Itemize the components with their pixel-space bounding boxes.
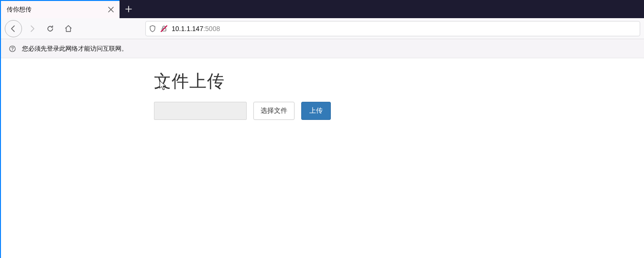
notification-bar: 您必须先登录此网络才能访问互联网。 [1,39,644,58]
page-content: 文件上传 选择文件 上传 [1,58,644,120]
page-heading: 文件上传 [154,70,644,93]
url-input[interactable]: 10.1.1.147:5008 [172,25,637,32]
file-path-display[interactable] [154,102,247,120]
reload-button[interactable] [42,21,58,37]
tab-title: 传你想传 [7,6,32,14]
lock-insecure-icon[interactable] [160,25,168,32]
url-bar[interactable]: 10.1.1.147:5008 [145,21,640,36]
shield-icon[interactable] [149,25,156,32]
close-tab-icon[interactable] [107,6,115,13]
home-button[interactable] [60,21,76,37]
choose-file-button[interactable]: 选择文件 [253,102,295,120]
info-question-icon[interactable] [9,45,16,53]
nav-toolbar: 10.1.1.147:5008 [1,18,644,39]
browser-tab[interactable]: 传你想传 [1,0,120,18]
back-button[interactable] [5,20,22,37]
upload-button[interactable]: 上传 [301,102,331,120]
url-port: :5008 [203,25,220,32]
svg-point-3 [12,50,12,50]
new-tab-button[interactable] [120,0,138,18]
tab-bar: 传你想传 [1,0,644,18]
notification-text: 您必须先登录此网络才能访问互联网。 [22,44,128,53]
url-host: 10.1.1.147 [172,25,203,32]
forward-button[interactable] [24,21,40,37]
upload-form: 选择文件 上传 [154,102,644,120]
